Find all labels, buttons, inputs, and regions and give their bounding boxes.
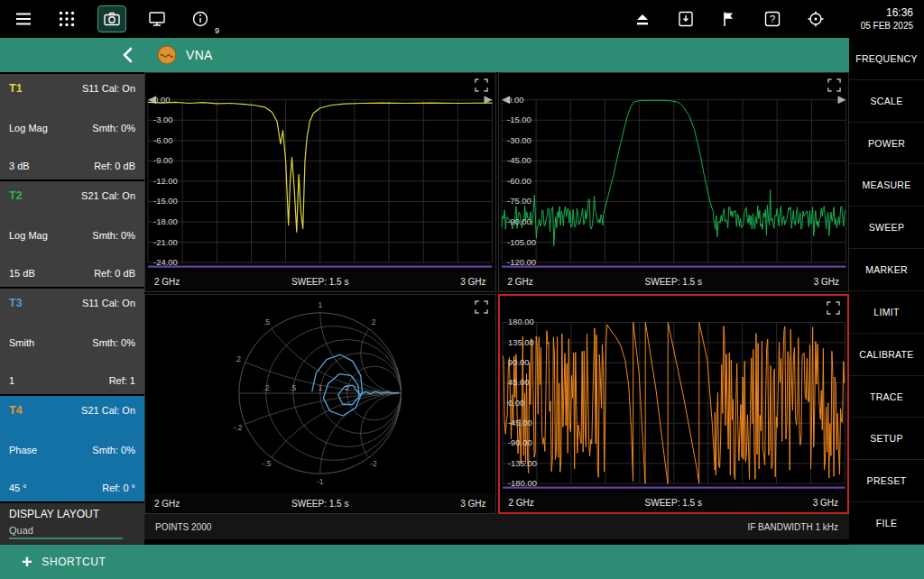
trace-row: T1S11 Cal: On: [9, 82, 135, 95]
x-axis-labels: 2 GHzSWEEP: 1.5 s3 GHz: [145, 493, 495, 513]
vna-logo-icon: [157, 45, 177, 65]
menu-item-frequency[interactable]: FREQUENCY: [849, 38, 924, 80]
trace-cal: S11 Cal: On: [82, 298, 135, 308]
svg-text:0.00: 0.00: [506, 95, 522, 105]
trace-format: Log Mag: [9, 230, 48, 241]
svg-text:-.5: -.5: [262, 459, 271, 468]
svg-text:.5: .5: [263, 318, 270, 327]
menu-item-trace[interactable]: TRACE: [849, 376, 924, 418]
fullscreen-icon[interactable]: [827, 78, 841, 92]
help-icon[interactable]: ?: [760, 6, 785, 32]
menu-item-setup[interactable]: SETUP: [849, 418, 924, 460]
trace-panel: T1S11 Cal: OnLog MagSmth: 0%3 dBRef: 0 d…: [0, 38, 144, 545]
display-layout-dropdown[interactable]: Quad: [9, 525, 123, 539]
x-start-label: 2 GHz: [154, 499, 180, 509]
trace-format: Log Mag: [9, 123, 48, 133]
shortcut-label: SHORTCUT: [42, 556, 106, 568]
save-page-glyph: [677, 10, 695, 28]
if-bandwidth-readout[interactable]: IF BANDWIDTH 1 kHz: [747, 522, 838, 532]
svg-text:135.00: 135.00: [507, 338, 533, 347]
points-value: 2000: [191, 522, 211, 532]
fullscreen-icon[interactable]: [827, 301, 840, 315]
trace-smoothing: Smth: 0%: [92, 123, 135, 133]
help-glyph: ?: [763, 10, 781, 28]
x-axis-labels: 2 GHzSWEEP: 1.5 s3 GHz: [499, 271, 849, 291]
menu-item-power[interactable]: POWER: [849, 123, 924, 165]
svg-text:2: 2: [372, 318, 376, 327]
chart-cell-tr1[interactable]: 0.00-3.00-6.00-9.00-12.00-15.00-18.00-21…: [144, 72, 496, 292]
plus-icon: +: [22, 553, 32, 571]
svg-text:1: 1: [318, 383, 322, 392]
quad-chart-grid: 0.00-3.00-6.00-9.00-12.00-15.00-18.00-21…: [144, 72, 849, 514]
svg-text:-120.00: -120.00: [506, 257, 535, 267]
clock: 16:36 05 FEB 2025: [861, 6, 913, 32]
menu-item-calibrate[interactable]: CALIBRATE: [849, 334, 924, 376]
gps-icon[interactable]: [803, 6, 828, 32]
svg-text:-75.00: -75.00: [506, 196, 531, 206]
svg-text:-60.00: -60.00: [506, 176, 531, 186]
trace-panel-collapse-button[interactable]: [0, 38, 144, 72]
sweep-label: SWEEP: 1.5 s: [291, 499, 348, 509]
trace-plot-svg: 0.00-15.00-30.00-45.00-60.00-75.00-90.00…: [499, 73, 849, 271]
chart-cell-tr2[interactable]: 0.00-15.00-30.00-45.00-60.00-75.00-90.00…: [498, 72, 850, 292]
trace-summary-t1[interactable]: T1S11 Cal: OnLog MagSmth: 0%3 dBRef: 0 d…: [0, 74, 144, 179]
plot-area-tr3: .2.512.2.512-.2-.5-1-2: [145, 295, 495, 493]
date-text: 05 FEB 2025: [861, 20, 913, 32]
notification-count-badge: 9: [215, 26, 219, 35]
info-icon[interactable]: 9: [188, 6, 213, 32]
trace-summary-t3[interactable]: T3S11 Cal: OnSmithSmth: 0%1Ref: 1: [0, 289, 144, 394]
flag-icon[interactable]: [716, 6, 742, 32]
system-top-bar: 9 ? 16:36 05 FEB 2025: [0, 0, 924, 38]
svg-text:1: 1: [318, 300, 322, 309]
trace-id: T1: [9, 82, 23, 95]
svg-text:-90.00: -90.00: [506, 216, 531, 226]
trace-summary-t2[interactable]: T2S21 Cal: OnLog MagSmth: 0%15 dBRef: 0 …: [0, 181, 144, 287]
svg-text:-105.00: -105.00: [506, 237, 535, 247]
svg-text:?: ?: [770, 14, 775, 24]
trace-row: T4S21 Cal: On: [9, 404, 135, 417]
eject-icon[interactable]: [630, 6, 655, 32]
chart-cell-tr4[interactable]: 180.00135.0090.0045.000.00-45.00-90.00-1…: [498, 294, 850, 514]
display-layout-section: DISPLAY LAYOUT Quad: [0, 503, 144, 545]
menu-item-sweep[interactable]: SWEEP: [849, 207, 924, 249]
trace-scale: 45 °: [9, 482, 27, 493]
main-row: T1S11 Cal: OnLog MagSmth: 0%3 dBRef: 0 d…: [0, 38, 924, 545]
apps-grid-icon[interactable]: [54, 6, 79, 32]
if-bandwidth-value: 1 kHz: [815, 522, 838, 532]
trace-row: 1Ref: 1: [9, 375, 135, 386]
chart-cell-tr3[interactable]: .2.512.2.512-.2-.5-1-22 GHzSWEEP: 1.5 s3…: [144, 294, 496, 514]
menu-item-file[interactable]: FILE: [849, 502, 924, 545]
sweep-label: SWEEP: 1.5 s: [645, 277, 702, 287]
apps-grid-glyph: [58, 10, 76, 28]
menu-item-preset[interactable]: PRESET: [849, 460, 924, 502]
if-bandwidth-label: IF BANDWIDTH: [747, 522, 812, 532]
hamburger-menu-glyph: [14, 10, 32, 28]
display-layout-label: DISPLAY LAYOUT: [9, 508, 135, 520]
menu-item-scale[interactable]: SCALE: [849, 80, 924, 123]
fullscreen-icon[interactable]: [475, 300, 488, 314]
trace-scale: 15 dB: [9, 268, 35, 279]
svg-text:90.00: 90.00: [507, 358, 529, 367]
trace-row: 45 °Ref: 0 °: [9, 482, 135, 493]
svg-text:-12.00: -12.00: [153, 176, 178, 186]
trace-summary-t4[interactable]: T4S21 Cal: OnPhaseSmth: 0%45 °Ref: 0 °: [0, 396, 144, 501]
display-capture-icon[interactable]: [144, 6, 170, 32]
svg-text:-18.00: -18.00: [153, 216, 178, 226]
x-axis-labels: 2 GHzSWEEP: 1.5 s3 GHz: [500, 492, 848, 512]
center-column: VNA 0.00-3.00-6.00-9.00-12.00-15.00-18.0…: [144, 38, 849, 545]
trace-id: T4: [9, 404, 23, 417]
svg-text:-30.00: -30.00: [506, 135, 531, 145]
points-readout[interactable]: POINTS 2000: [155, 522, 211, 532]
plot-area-tr1: 0.00-3.00-6.00-9.00-12.00-15.00-18.00-21…: [145, 73, 495, 271]
svg-text:.2: .2: [263, 383, 269, 392]
camera-icon[interactable]: [97, 5, 126, 32]
shortcut-bar[interactable]: + SHORTCUT: [0, 545, 924, 579]
hamburger-menu-icon[interactable]: [11, 6, 36, 32]
fullscreen-icon[interactable]: [475, 78, 488, 92]
menu-item-limit[interactable]: LIMIT: [849, 291, 924, 334]
menu-item-marker[interactable]: MARKER: [849, 249, 924, 291]
save-page-icon[interactable]: [673, 6, 698, 32]
x-start-label: 2 GHz: [508, 277, 533, 287]
gps-glyph: [807, 10, 825, 28]
menu-item-measure[interactable]: MEASURE: [849, 164, 924, 207]
